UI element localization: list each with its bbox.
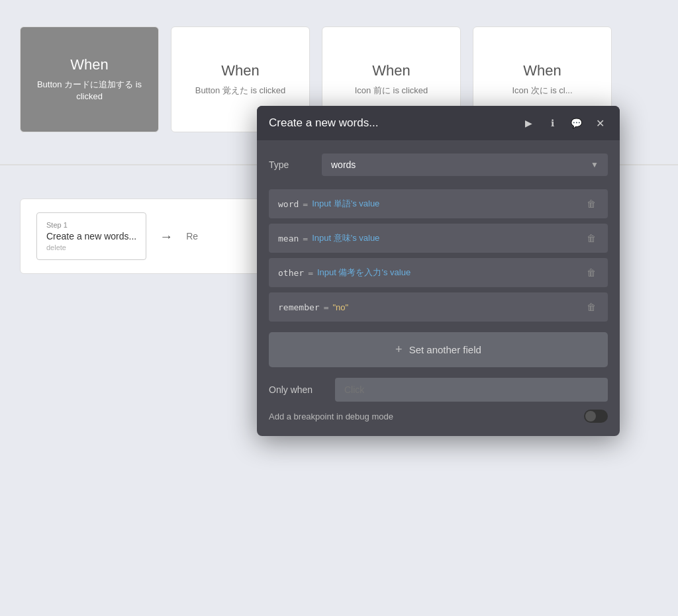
- field-name-word: word: [278, 199, 299, 209]
- field-row-mean: mean = Input 意味's value 🗑: [269, 224, 608, 253]
- workflow-row: Step 1 Create a new words... delete → Re: [20, 198, 271, 274]
- field-row-other: other = Input 備考を入力's value 🗑: [269, 258, 608, 287]
- field-name-remember: remember: [278, 302, 320, 312]
- step-2-label: Re: [186, 231, 198, 242]
- field-name-other: other: [278, 268, 304, 278]
- when-card-4-subtitle: Icon 次に is cl...: [512, 85, 572, 97]
- trash-icon-word[interactable]: 🗑: [584, 197, 599, 210]
- field-value-mean: Input 意味's value: [312, 232, 379, 244]
- play-icon[interactable]: ▶: [520, 115, 536, 131]
- type-row: Type words ▼: [269, 154, 608, 176]
- workflow-arrow: →: [160, 229, 173, 244]
- modal-icon-group: ▶ ℹ 💬 ✕: [520, 115, 608, 131]
- set-another-field-button[interactable]: + Set another field: [269, 332, 608, 367]
- when-card-3-subtitle: Icon 前に is clicked: [355, 85, 428, 97]
- field-row-word: word = Input 単語's value 🗑: [269, 189, 608, 218]
- field-name-mean: mean: [278, 234, 299, 243]
- field-value-word: Input 単語's value: [312, 198, 379, 210]
- when-card-1-title: When: [70, 56, 108, 73]
- field-row-remember: remember = "no" 🗑: [269, 292, 608, 322]
- when-card-2-title: When: [221, 62, 259, 79]
- chevron-down-icon: ▼: [591, 160, 599, 169]
- chat-icon[interactable]: 💬: [568, 115, 584, 131]
- modal-body: Type words ▼ word = Input 単語's value 🗑 m…: [257, 140, 620, 436]
- when-card-1: When Button カードに追加する is clicked: [20, 26, 159, 132]
- debug-toggle[interactable]: [584, 410, 608, 423]
- field-content-other: other = Input 備考を入力's value: [278, 267, 584, 279]
- field-eq-other: =: [308, 268, 313, 278]
- plus-icon: +: [395, 343, 403, 357]
- when-card-2-subtitle: Button 覚えた is clicked: [195, 85, 286, 97]
- modal-dialog: Create a new words... ▶ ℹ 💬 ✕ Type words…: [257, 106, 620, 436]
- field-eq-mean: =: [303, 234, 308, 243]
- when-card-1-subtitle: Button カードに追加する is clicked: [30, 79, 148, 103]
- info-icon[interactable]: ℹ: [544, 115, 560, 131]
- debug-row: Add a breakpoint in debug mode: [269, 410, 608, 423]
- modal-title: Create a new words...: [269, 116, 378, 130]
- trash-icon-remember[interactable]: 🗑: [584, 300, 599, 314]
- type-select-value: words: [331, 159, 356, 170]
- when-card-3-title: When: [372, 62, 410, 79]
- field-content-mean: mean = Input 意味's value: [278, 232, 584, 244]
- only-when-row: Only when: [269, 378, 608, 402]
- modal-header: Create a new words... ▶ ℹ 💬 ✕: [257, 106, 620, 140]
- field-content-word: word = Input 単語's value: [278, 198, 584, 210]
- set-another-label: Set another field: [409, 344, 481, 355]
- step-1-box: Step 1 Create a new words... delete: [36, 212, 146, 260]
- field-value-other: Input 備考を入力's value: [317, 267, 411, 279]
- close-icon[interactable]: ✕: [592, 115, 608, 131]
- field-eq-word: =: [303, 199, 308, 209]
- field-eq-remember: =: [324, 302, 329, 312]
- when-card-4-title: When: [523, 62, 561, 79]
- field-content-remember: remember = "no": [278, 302, 584, 312]
- type-select[interactable]: words ▼: [322, 154, 608, 176]
- step-1-title: Create a new words...: [46, 231, 136, 242]
- step-1-label: Step 1: [46, 221, 136, 229]
- type-label: Type: [269, 159, 322, 170]
- debug-label: Add a breakpoint in debug mode: [269, 412, 393, 421]
- step-1-delete[interactable]: delete: [46, 243, 136, 251]
- field-value-remember: "no": [332, 302, 348, 312]
- only-when-label: Only when: [269, 384, 335, 395]
- trash-icon-other[interactable]: 🗑: [584, 266, 599, 279]
- only-when-input[interactable]: [335, 378, 608, 402]
- trash-icon-mean[interactable]: 🗑: [584, 232, 599, 245]
